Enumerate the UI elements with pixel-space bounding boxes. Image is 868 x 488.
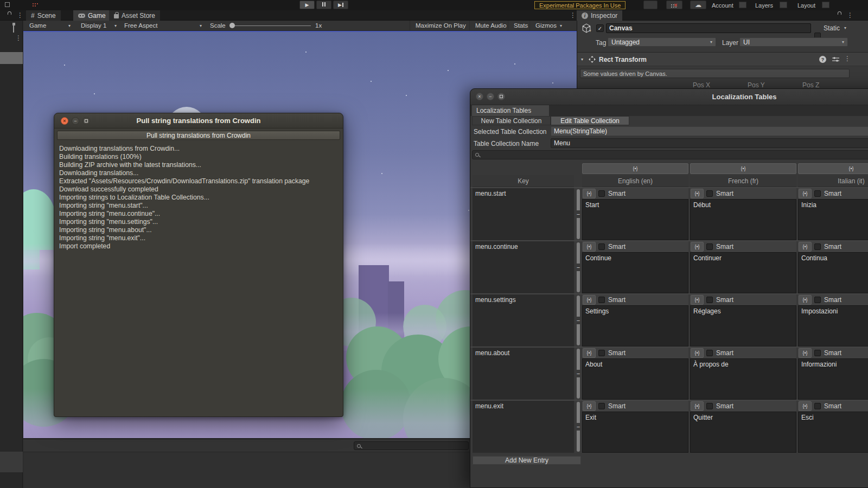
translation-field[interactable]: Impostazioni (798, 305, 868, 346)
layers-dropdown-box[interactable] (780, 2, 787, 8)
game-panel-menu-icon[interactable]: ⋮ (570, 12, 576, 18)
italian-column-header[interactable]: Italian (it) (798, 175, 868, 187)
translation-field[interactable]: About (582, 358, 688, 400)
tag-dropdown[interactable]: Untagged▾ (608, 37, 716, 47)
gizmos-dropdown[interactable]: Gizmos▾ (529, 21, 562, 30)
translation-field[interactable]: Settings (582, 305, 688, 346)
preview-packages-button[interactable] (643, 1, 658, 9)
collapsed-panel-handle[interactable] (0, 52, 23, 64)
smart-checkbox[interactable] (706, 243, 713, 250)
column-metadata-button[interactable]: {•} (582, 163, 688, 174)
translation-field[interactable]: Début (690, 199, 796, 240)
maximize-on-play-toggle[interactable]: Maximize On Play (410, 21, 466, 30)
smart-checkbox[interactable] (706, 403, 713, 409)
panel-menu-icon[interactable]: ⋮ (17, 12, 23, 18)
search-input[interactable] (354, 441, 469, 450)
metadata-button[interactable]: {•} (583, 242, 596, 252)
metadata-button[interactable]: {•} (691, 295, 704, 305)
metadata-button[interactable]: {•} (799, 242, 812, 252)
presets-icon[interactable] (832, 56, 839, 62)
key-cell[interactable]: menu.start (473, 188, 574, 240)
object-name-field[interactable]: Canvas (606, 23, 811, 33)
translation-field[interactable]: Quitter (690, 412, 796, 453)
layers-dropdown[interactable]: Layers (755, 2, 773, 9)
component-menu-icon[interactable]: ⋮ (844, 55, 851, 62)
key-cell[interactable]: menu.exit (473, 401, 574, 453)
experimental-packages-warning[interactable]: Experimental Packages In Use (534, 1, 626, 9)
dialog-titlebar[interactable]: × − Pull string translations from Crowdi… (54, 113, 343, 129)
smart-checkbox[interactable] (814, 350, 821, 356)
pause-button[interactable] (316, 1, 331, 9)
account-dropdown[interactable]: Account (712, 2, 733, 9)
smart-checkbox[interactable] (598, 350, 605, 356)
remove-entry-button[interactable]: − (575, 370, 582, 377)
display-dropdown[interactable]: Display 1▾ (78, 21, 120, 30)
static-dropdown-arrow[interactable]: ▾ (844, 25, 846, 30)
translation-field[interactable]: Inizia (798, 199, 868, 240)
translation-field[interactable]: À propos de (690, 358, 796, 400)
add-new-entry-button[interactable]: Add New Entry (473, 456, 581, 465)
key-cell[interactable]: menu.continue (473, 241, 574, 293)
metadata-button[interactable]: {•} (691, 401, 704, 411)
scale-slider-track[interactable] (231, 25, 311, 26)
layout-dropdown[interactable]: Layout (797, 2, 815, 9)
sidebar-menu-icon[interactable]: ⋮ (15, 35, 22, 41)
stats-toggle[interactable]: Stats (508, 21, 528, 30)
smart-checkbox[interactable] (598, 243, 605, 250)
table-name-field[interactable]: Menu (551, 138, 868, 148)
translation-field[interactable]: Continuer (690, 252, 796, 293)
translation-field[interactable]: Informazioni (798, 358, 868, 400)
remove-entry-button[interactable]: − (575, 317, 582, 324)
component-fold-arrow[interactable]: ▾ (581, 57, 583, 62)
translation-field[interactable]: Exit (582, 412, 688, 453)
metadata-button[interactable]: {•} (799, 189, 812, 198)
smart-checkbox[interactable] (598, 297, 605, 303)
translation-field[interactable]: Réglages (690, 305, 796, 346)
tab-game[interactable]: Game (73, 10, 111, 21)
remove-entry-button[interactable]: − (575, 423, 582, 431)
smart-checkbox[interactable] (706, 297, 713, 303)
french-column-header[interactable]: French (fr) (690, 175, 796, 187)
translation-field[interactable]: Esci (798, 412, 868, 453)
step-button[interactable]: ▶ (333, 1, 348, 9)
tab-localization-tables[interactable]: Localization Tables (472, 105, 549, 116)
smart-checkbox[interactable] (706, 190, 713, 197)
aspect-ratio-dropdown[interactable]: Free Aspect▾ (121, 21, 205, 30)
scale-slider-knob[interactable] (229, 23, 235, 28)
active-checkbox[interactable]: ✓ (596, 24, 604, 32)
cloud-button[interactable]: ☁ (690, 1, 706, 9)
icon-fold-arrow[interactable]: ▾ (589, 29, 591, 33)
translation-field[interactable]: Continue (582, 252, 688, 293)
english-column-header[interactable]: English (en) (582, 175, 688, 187)
smart-checkbox[interactable] (706, 350, 713, 356)
key-cell[interactable]: menu.settings (473, 294, 574, 346)
metadata-button[interactable]: {•} (583, 401, 596, 411)
inspector-menu-icon[interactable]: ⋮ (847, 12, 853, 18)
metadata-button[interactable]: {•} (799, 348, 812, 358)
metadata-button[interactable]: {•} (691, 242, 704, 252)
metadata-button[interactable]: {•} (799, 295, 812, 305)
key-column-header[interactable]: Key (473, 175, 574, 187)
popout-icon[interactable] (13, 24, 14, 33)
table-search-input[interactable] (472, 150, 868, 159)
metadata-button[interactable]: {•} (583, 189, 596, 198)
account-dropdown-box[interactable] (739, 2, 746, 8)
metadata-button[interactable]: {•} (799, 401, 812, 411)
smart-checkbox[interactable] (814, 190, 821, 197)
snap-grid-icon[interactable] (5, 2, 10, 7)
metadata-button[interactable]: {•} (583, 348, 596, 358)
play-button[interactable]: ▶ (299, 1, 315, 9)
tab-scene[interactable]: #Scene (26, 10, 61, 21)
edit-table-collection-button[interactable]: Edit Table Collection (551, 116, 629, 125)
metadata-button[interactable]: {•} (691, 348, 704, 358)
metadata-button[interactable]: {•} (691, 189, 704, 198)
smart-checkbox[interactable] (814, 403, 821, 409)
tab-inspector[interactable]: iInspector (577, 10, 622, 21)
window-titlebar[interactable]: × − Localization Tables (470, 89, 868, 105)
key-cell[interactable]: menu.about (473, 348, 574, 400)
game-mode-dropdown[interactable]: Game▾ (26, 21, 74, 30)
smart-checkbox[interactable] (598, 403, 605, 409)
active-tool-icon[interactable] (30, 2, 47, 9)
layer-dropdown[interactable]: UI▾ (739, 37, 848, 47)
pull-translations-button[interactable]: Pull string translations from Crowdin (57, 131, 340, 140)
